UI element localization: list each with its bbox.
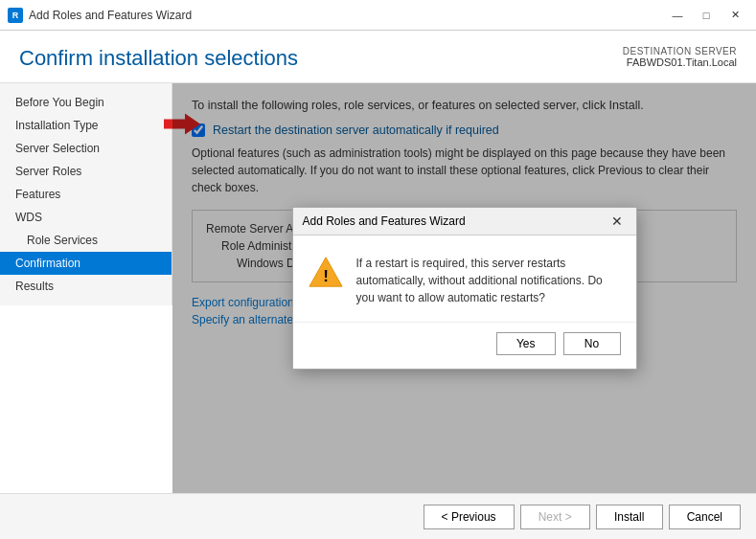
- wizard-content: Before You Begin Installation Type Serve…: [0, 83, 756, 493]
- next-button[interactable]: Next >: [520, 505, 590, 529]
- sidebar-item-server-roles[interactable]: Server Roles: [0, 160, 172, 183]
- modal-body: ! If a restart is required, this server …: [293, 236, 636, 322]
- wizard-body: Confirm installation selections DESTINAT…: [0, 31, 756, 539]
- warning-icon: !: [309, 255, 343, 289]
- sidebar-item-role-services[interactable]: Role Services: [0, 229, 172, 252]
- sidebar-item-before-you-begin[interactable]: Before You Begin: [0, 91, 172, 114]
- previous-button[interactable]: < Previous: [424, 505, 515, 529]
- modal-titlebar: Add Roles and Features Wizard ✕: [293, 208, 636, 236]
- install-button[interactable]: Install: [596, 505, 663, 529]
- sidebar-item-results[interactable]: Results: [0, 275, 172, 298]
- wizard-footer: < Previous Next > Install Cancel: [0, 493, 756, 539]
- destination-label: DESTINATION SERVER: [623, 46, 737, 56]
- close-button[interactable]: ✕: [722, 6, 748, 25]
- cancel-button[interactable]: Cancel: [669, 505, 741, 529]
- maximize-button[interactable]: □: [693, 6, 720, 25]
- modal-close-button[interactable]: ✕: [607, 213, 627, 229]
- modal-dialog: Add Roles and Features Wizard ✕ ! If a r…: [292, 207, 637, 370]
- destination-server-name: FABWDS01.Titan.Local: [623, 56, 737, 68]
- sidebar-item-installation-type[interactable]: Installation Type: [0, 114, 172, 137]
- modal-yes-button[interactable]: Yes: [496, 332, 556, 355]
- sidebar-item-features[interactable]: Features: [0, 183, 172, 206]
- destination-server-info: DESTINATION SERVER FABWDS01.Titan.Local: [623, 46, 737, 68]
- sidebar-wrapper: Before You Begin Installation Type Serve…: [0, 83, 172, 493]
- minimize-button[interactable]: —: [664, 6, 691, 25]
- main-content: To install the following roles, role ser…: [172, 83, 756, 493]
- sidebar-item-wds[interactable]: WDS: [0, 206, 172, 229]
- wizard-header: Confirm installation selections DESTINAT…: [0, 31, 756, 83]
- page-title: Confirm installation selections: [19, 46, 298, 71]
- window-controls: — □ ✕: [664, 6, 748, 25]
- modal-no-button[interactable]: No: [563, 332, 621, 355]
- window-title: Add Roles and Features Wizard: [29, 9, 658, 22]
- title-bar: R Add Roles and Features Wizard — □ ✕: [0, 0, 756, 31]
- sidebar-item-server-selection[interactable]: Server Selection: [0, 137, 172, 160]
- sidebar: Before You Begin Installation Type Serve…: [0, 83, 172, 305]
- sidebar-item-confirmation[interactable]: Confirmation: [0, 252, 172, 275]
- modal-overlay: Add Roles and Features Wizard ✕ ! If a r…: [172, 83, 756, 493]
- app-icon: R: [8, 8, 23, 23]
- svg-text:!: !: [323, 267, 329, 285]
- modal-text: If a restart is required, this server re…: [356, 255, 621, 306]
- modal-footer: Yes No: [293, 322, 636, 369]
- modal-title: Add Roles and Features Wizard: [303, 214, 466, 228]
